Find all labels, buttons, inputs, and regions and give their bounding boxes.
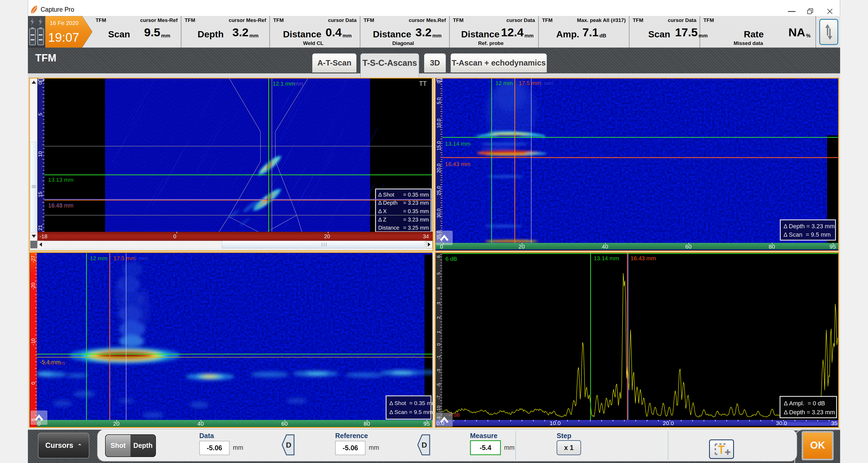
svg-text:Δ Scan = 9.5 mm: Δ Scan = 9.5 mm	[389, 409, 432, 415]
svg-text:= 0.35 mm: = 0.35 mm	[403, 208, 429, 214]
svg-text:Δ Z: Δ Z	[378, 217, 386, 222]
svg-text:= 3.25 mm: = 3.25 mm	[403, 225, 429, 231]
svg-text:D: D	[286, 441, 291, 449]
svg-text:Δ Shot = 0.35 mm: Δ Shot = 0.35 mm	[389, 400, 432, 406]
svg-text:16 Fe 2020: 16 Fe 2020	[50, 20, 79, 26]
svg-text:6 dB: 6 dB	[445, 256, 457, 262]
svg-text:Δ X: Δ X	[378, 208, 386, 214]
svg-text:12.1 mm: 12.1 mm	[273, 81, 295, 87]
svg-text:Δ Depth = 3.23 mm: Δ Depth = 3.23 mm	[784, 409, 835, 415]
svg-text:16.43 mm: 16.43 mm	[630, 255, 656, 261]
svg-text:mm: mm	[294, 81, 303, 87]
svg-text:Δ Scan = 9.5 mm: Δ Scan = 9.5 mm	[783, 231, 831, 238]
svg-text:16.43 mm: 16.43 mm	[48, 203, 73, 209]
svg-text:16.43 mm: 16.43 mm	[445, 161, 470, 167]
svg-text:= 3.23 mm: = 3.23 mm	[403, 217, 429, 222]
svg-text:Δ Depth: Δ Depth	[378, 200, 398, 206]
svg-text:D: D	[422, 441, 427, 449]
svg-text:TT: TT	[419, 80, 427, 87]
svg-text:= 3.23 mm: = 3.23 mm	[403, 200, 429, 206]
svg-text:.5 mm: .5 mm	[132, 255, 148, 261]
svg-text:.5 mm: .5 mm	[538, 80, 553, 86]
svg-text:-5.06 mm: -5.06 mm	[41, 360, 65, 366]
svg-text:Distance: Distance	[378, 225, 399, 231]
svg-text:13.14 mm: 13.14 mm	[445, 141, 470, 147]
svg-text:Δ Shot: Δ Shot	[378, 192, 394, 198]
svg-text:12 mm: 12 mm	[90, 255, 107, 261]
svg-text:Δ Ampl. = 0 dB: Δ Ampl. = 0 dB	[784, 400, 825, 407]
svg-text:13.13 mm: 13.13 mm	[48, 177, 73, 183]
svg-text:= 0.35 mm: = 0.35 mm	[403, 192, 429, 198]
svg-text:Δ Depth = 3.23 mm: Δ Depth = 3.23 mm	[783, 223, 835, 229]
svg-text:19:07: 19:07	[48, 30, 79, 44]
svg-text:13.14 mm: 13.14 mm	[594, 255, 619, 261]
svg-text:12 mm: 12 mm	[495, 80, 513, 86]
